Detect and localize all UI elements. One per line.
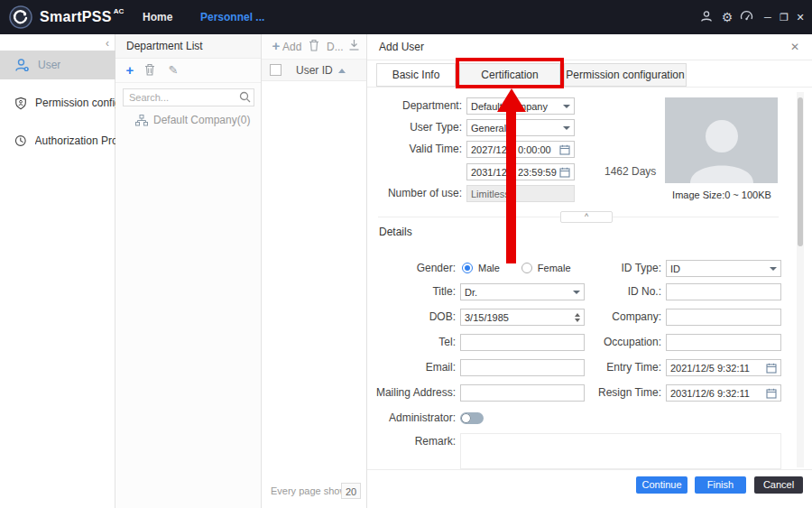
sidebar-item-authorization-progress[interactable]: Authorization Prog.. <box>0 126 115 155</box>
column-user-id[interactable]: User ID <box>296 64 333 77</box>
finish-button[interactable]: Finish <box>695 476 746 494</box>
sidebar-item-label: User <box>38 59 60 71</box>
number-of-use-label: Number of use: <box>367 185 462 202</box>
select-all-checkbox[interactable] <box>270 64 281 76</box>
calendar-icon <box>559 167 570 178</box>
left-sidebar: ‹ User Permission config.. Auth <box>0 34 115 508</box>
department-select[interactable]: Default Company <box>466 97 575 115</box>
details-section-label: Details <box>379 226 412 238</box>
department-search-input[interactable] <box>123 88 254 106</box>
user-list-panel: + Add D... User ID Every page shows 20 <box>262 34 367 508</box>
user-type-select[interactable]: General <box>466 119 575 136</box>
department-panel: Department List + ✎ Default Company(0) <box>115 34 262 508</box>
sidebar-collapse-icon[interactable]: ‹ <box>106 37 109 50</box>
occupation-input[interactable] <box>666 334 781 351</box>
mailing-address-input[interactable] <box>460 384 585 402</box>
number-of-use-field: Limitless <box>466 185 575 202</box>
tel-input[interactable] <box>460 334 585 351</box>
email-label: Email: <box>367 359 456 376</box>
valid-to-datepicker[interactable]: 2031/12/6 23:59:59 <box>466 163 575 180</box>
tab-divider <box>367 87 812 88</box>
administrator-label: Administrator: <box>367 410 456 427</box>
nav-tab-home[interactable]: Home <box>143 0 172 34</box>
email-input[interactable] <box>460 359 585 376</box>
user-type-label: User Type: <box>367 119 462 136</box>
delete-user-icon[interactable] <box>309 39 323 53</box>
sidebar-item-user[interactable]: User <box>0 51 115 79</box>
gender-label: Gender: <box>367 260 456 277</box>
add-user-icon[interactable]: + <box>269 39 283 53</box>
chevron-down-icon <box>563 126 570 130</box>
sort-ascending-icon[interactable] <box>338 69 346 73</box>
settings-gear-icon[interactable]: ⚙ <box>720 10 734 24</box>
administrator-toggle[interactable] <box>460 412 484 424</box>
id-type-select[interactable]: ID <box>666 260 781 277</box>
entry-time-label: Entry Time: <box>575 359 661 376</box>
maximize-button[interactable]: ❐ <box>776 0 792 34</box>
company-input[interactable] <box>666 309 781 326</box>
tree-item-default-company[interactable]: Default Company(0) <box>135 114 250 126</box>
title-select[interactable]: Dr. <box>460 283 585 300</box>
entry-time-datepicker[interactable]: 2021/12/5 9:32:11 <box>666 359 781 376</box>
dob-stepper[interactable]: 3/15/1985 <box>460 309 585 326</box>
resign-time-datepicker[interactable]: 2031/12/6 9:32:11 <box>666 384 781 402</box>
mailing-address-label: Mailing Address: <box>367 384 456 402</box>
image-size-hint: Image Size:0 ~ 100KB <box>654 189 789 200</box>
sidebar-item-label: Authorization Prog.. <box>35 134 115 147</box>
female-radio[interactable] <box>521 263 532 273</box>
export-download-icon[interactable] <box>348 39 363 53</box>
nav-tab-personnel[interactable]: Personnel ... <box>200 0 264 34</box>
dob-label: DOB: <box>367 309 456 326</box>
company-label: Company: <box>575 309 661 326</box>
gauge-icon[interactable] <box>740 10 754 24</box>
minimize-button[interactable]: ─ <box>760 0 776 34</box>
calendar-icon <box>766 363 777 374</box>
female-label: Female <box>538 263 571 273</box>
edit-department-icon[interactable]: ✎ <box>166 63 180 78</box>
add-user-label[interactable]: Add <box>282 41 301 53</box>
id-no-input[interactable] <box>666 283 781 300</box>
tree-item-label: Default Company(0) <box>153 114 250 126</box>
app-logo: SmartPSS AC <box>9 5 124 29</box>
valid-time-label: Valid Time: <box>367 141 462 158</box>
delete-department-icon[interactable] <box>144 63 159 78</box>
page-size-value[interactable]: 20 <box>341 483 361 499</box>
id-no-label: ID No.: <box>575 283 661 300</box>
titlebar: SmartPSS AC Home Personnel ... ⚙ ─ ❐ ✕ <box>0 0 812 34</box>
tab-certification[interactable]: Certification <box>459 63 560 87</box>
smartpss-window: SmartPSS AC Home Personnel ... ⚙ ─ ❐ ✕ ‹… <box>0 0 812 508</box>
page-size-label: Every page shows <box>271 485 352 496</box>
add-department-icon[interactable]: + <box>123 63 137 78</box>
account-icon[interactable] <box>700 10 715 24</box>
remark-label: Remark: <box>367 433 456 450</box>
male-radio[interactable] <box>462 263 473 273</box>
collapse-section-button[interactable]: ^ <box>560 211 613 223</box>
smartpss-logo-icon <box>9 5 32 29</box>
valid-from-datepicker[interactable]: 2027/12/6 0:00:00 <box>466 141 575 158</box>
user-photo-placeholder[interactable] <box>665 97 778 183</box>
dialog-close-icon[interactable]: ✕ <box>788 40 802 54</box>
user-icon <box>14 58 30 73</box>
scrollbar-thumb[interactable] <box>798 97 803 246</box>
user-table-header: User ID <box>262 59 366 81</box>
close-window-button[interactable]: ✕ <box>792 0 808 34</box>
tab-basic-info[interactable]: Basic Info <box>376 63 456 87</box>
department-search <box>123 88 254 106</box>
pagination-footer: Every page shows 20 <box>262 483 366 501</box>
title-label: Title: <box>367 283 456 300</box>
calendar-icon <box>559 144 570 155</box>
continue-button[interactable]: Continue <box>636 476 687 494</box>
dialog-title: Add User <box>379 41 424 53</box>
sidebar-item-permission-config[interactable]: Permission config.. <box>0 88 115 117</box>
user-list-toolbar: + Add D... <box>262 34 366 59</box>
person-silhouette-icon <box>681 113 762 183</box>
search-icon[interactable] <box>239 91 251 103</box>
delete-dropdown-label[interactable]: D... <box>327 41 344 53</box>
tab-permission-configuration[interactable]: Permission configuration <box>564 63 687 87</box>
department-toolbar: + ✎ <box>115 59 261 83</box>
sidebar-item-label: Permission config.. <box>35 97 115 109</box>
chevron-down-icon <box>563 105 570 108</box>
dialog-scrollbar[interactable] <box>797 92 804 467</box>
remark-textarea[interactable] <box>460 433 781 469</box>
cancel-button[interactable]: Cancel <box>754 476 803 494</box>
